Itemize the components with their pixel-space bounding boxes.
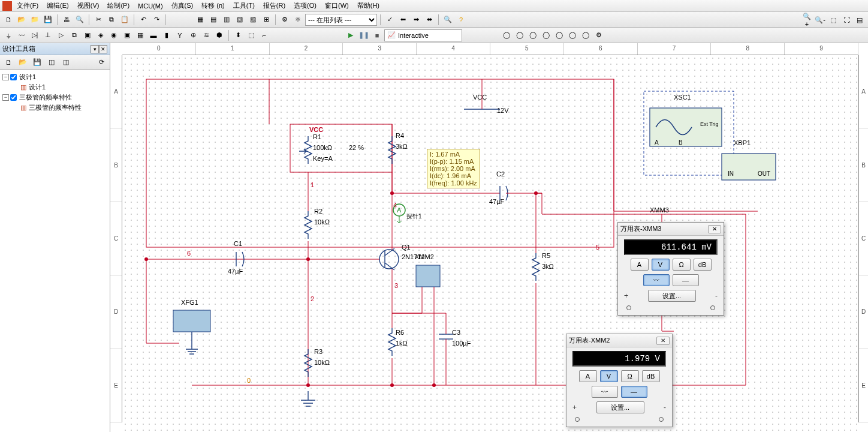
layers-icon[interactable]: ▤	[854, 14, 866, 26]
menu-options[interactable]: 选项(O)	[290, 0, 320, 11]
panel-refresh-icon[interactable]: ⟳	[95, 56, 107, 68]
grid2-icon[interactable]: ▤	[207, 14, 219, 26]
dialog-titlebar[interactable]: 万用表-XMM3 ✕	[618, 223, 724, 236]
sim-pause-button[interactable]: ❚❚	[358, 29, 370, 41]
zoom-in-icon[interactable]: 🔍+	[801, 14, 813, 26]
menu-file[interactable]: 文件(F)	[13, 0, 42, 11]
mm3-mode-ohm[interactable]: Ω	[673, 259, 691, 271]
zoom-out-icon[interactable]: 🔍-	[814, 14, 826, 26]
misc2-icon[interactable]: ◉	[108, 29, 120, 41]
analysis3-icon[interactable]: ◯	[527, 29, 539, 41]
zoom-area-icon[interactable]: ⬚	[827, 14, 839, 26]
mm2-mode-a[interactable]: A	[579, 370, 597, 382]
grid4-icon[interactable]: ▧	[234, 14, 246, 26]
dialog-close-icon[interactable]: ✕	[708, 225, 721, 233]
menu-view[interactable]: 视图(V)	[74, 0, 103, 11]
mm2-mode-ohm[interactable]: Ω	[621, 370, 639, 382]
project-tree[interactable]: − 设计1 ▥ 设计1 − 三极管的频率特性 ▥ 三极管的频率特性	[0, 70, 110, 432]
mm2-ac-button[interactable]: 〰	[592, 386, 618, 398]
analysis2-icon[interactable]: ◯	[514, 29, 526, 41]
opamp-icon[interactable]: ▷	[55, 29, 67, 41]
redo-icon[interactable]: ↷	[150, 14, 162, 26]
tree-file-2[interactable]: ▥ 三极管的频率特性	[2, 103, 107, 113]
find-icon[interactable]: 🔍	[442, 14, 454, 26]
analysis6-icon[interactable]: ◯	[566, 29, 578, 41]
hier3-icon[interactable]: ⌐	[258, 29, 270, 41]
grid3-icon[interactable]: ▥	[221, 14, 233, 26]
panel-close-icon[interactable]: ✕	[99, 45, 107, 53]
misc1-icon[interactable]: ◈	[95, 29, 107, 41]
menu-help[interactable]: 帮助(H)	[354, 0, 383, 11]
dialog-titlebar[interactable]: 万用表-XMM2 ✕	[566, 334, 672, 347]
settings-gear-icon[interactable]: ⚙	[593, 29, 605, 41]
tree-project-1[interactable]: − 设计1	[2, 72, 107, 82]
hier2-icon[interactable]: ⬚	[245, 29, 257, 41]
trans-icon[interactable]: ⊥	[42, 29, 54, 41]
misc9-icon[interactable]: ≋	[200, 29, 212, 41]
mm3-term-minus[interactable]	[710, 305, 715, 310]
inuse-list-combo[interactable]: --- 在用列表 ---	[305, 14, 377, 26]
undo-icon[interactable]: ↶	[137, 14, 149, 26]
misc6-icon[interactable]: ▮	[161, 29, 173, 41]
menu-sim[interactable]: 仿真(S)	[168, 0, 197, 11]
collapse-icon[interactable]: −	[2, 74, 9, 80]
multimeter-xmm3-dialog[interactable]: 万用表-XMM3 ✕ 611.641 mV A V Ω dB 〰 —	[617, 222, 724, 316]
misc3-icon[interactable]: ▣	[121, 29, 133, 41]
sim-run-button[interactable]: ▶	[345, 29, 357, 41]
misc4-icon[interactable]: ▦	[134, 29, 146, 41]
panel-x1-icon[interactable]: ◫	[46, 56, 58, 68]
misc8-icon[interactable]: ⊕	[187, 29, 199, 41]
arrow-r-icon[interactable]: ➡	[410, 14, 422, 26]
analysis4-icon[interactable]: ◯	[540, 29, 552, 41]
analysis5-icon[interactable]: ◯	[553, 29, 565, 41]
mm2-mode-v[interactable]: V	[600, 370, 618, 382]
menu-edit[interactable]: 编辑(E)	[43, 0, 73, 11]
comp2-icon[interactable]: ⚛	[292, 14, 304, 26]
diode-icon[interactable]: ▷|	[29, 29, 41, 41]
tree-file-1[interactable]: ▥ 设计1	[2, 82, 107, 92]
misc7-icon[interactable]: Y	[174, 29, 186, 41]
menu-report[interactable]: 报告(R)	[260, 0, 289, 11]
panel-x2-icon[interactable]: ◫	[60, 56, 72, 68]
open-icon[interactable]: 📂	[16, 14, 28, 26]
arrow2-icon[interactable]: ⬌	[423, 14, 435, 26]
menu-draw[interactable]: 绘制(P)	[104, 0, 133, 11]
grid5-icon[interactable]: ▨	[247, 14, 259, 26]
print-icon[interactable]: 🖶	[61, 14, 73, 26]
cmos-icon[interactable]: ▣	[82, 29, 94, 41]
mm2-mode-db[interactable]: dB	[642, 370, 660, 382]
mm2-term-plus[interactable]	[575, 417, 580, 422]
tree-project-2[interactable]: − 三极管的频率特性	[2, 92, 107, 103]
panel-new-icon[interactable]: 🗋	[2, 56, 14, 68]
mm3-ac-button[interactable]: 〰	[643, 274, 670, 286]
mm2-dc-button[interactable]: —	[621, 386, 647, 398]
menu-window[interactable]: 窗口(W)	[321, 0, 352, 11]
tree-checkbox[interactable]	[10, 74, 17, 80]
mm2-settings-button[interactable]: 设置...	[596, 401, 644, 413]
save-icon[interactable]: 💾	[42, 14, 54, 26]
cut-icon[interactable]: ✂	[92, 14, 104, 26]
new-icon[interactable]: 🗋	[2, 14, 14, 26]
hier1-icon[interactable]: ⬍	[232, 29, 244, 41]
menu-xfer[interactable]: 转移 (n)	[198, 0, 228, 11]
panel-pin-icon[interactable]: ▾	[91, 45, 99, 53]
mm3-dc-button[interactable]: —	[673, 274, 699, 286]
copy-icon[interactable]: ⧉	[106, 14, 117, 26]
src-icon[interactable]: ⏚	[2, 29, 14, 41]
help-icon[interactable]: ?	[455, 14, 467, 26]
comp1-icon[interactable]: ⚙	[279, 14, 291, 26]
open-mru-icon[interactable]: 📁	[29, 14, 41, 26]
sim-stop-button[interactable]: ■	[371, 29, 383, 41]
sim-mode-combo[interactable]: 📈 Interactive	[384, 29, 462, 41]
paste-icon[interactable]: 📋	[119, 14, 131, 26]
print-preview-icon[interactable]: 🔍	[74, 14, 86, 26]
panel-save-icon[interactable]: 💾	[31, 56, 43, 68]
mm2-term-minus[interactable]	[659, 417, 664, 422]
multimeter-xmm2-dialog[interactable]: 万用表-XMM2 ✕ 1.979 V A V Ω dB 〰 —	[566, 334, 673, 427]
schematic-canvas[interactable]: A	[122, 55, 858, 432]
arrow-l-icon[interactable]: ⬅	[397, 14, 409, 26]
tree-checkbox[interactable]	[10, 94, 17, 101]
grid6-icon[interactable]: ⊞	[260, 14, 272, 26]
res-icon[interactable]: 〰	[16, 29, 28, 41]
zoom-fit-icon[interactable]: ⛶	[840, 14, 852, 26]
